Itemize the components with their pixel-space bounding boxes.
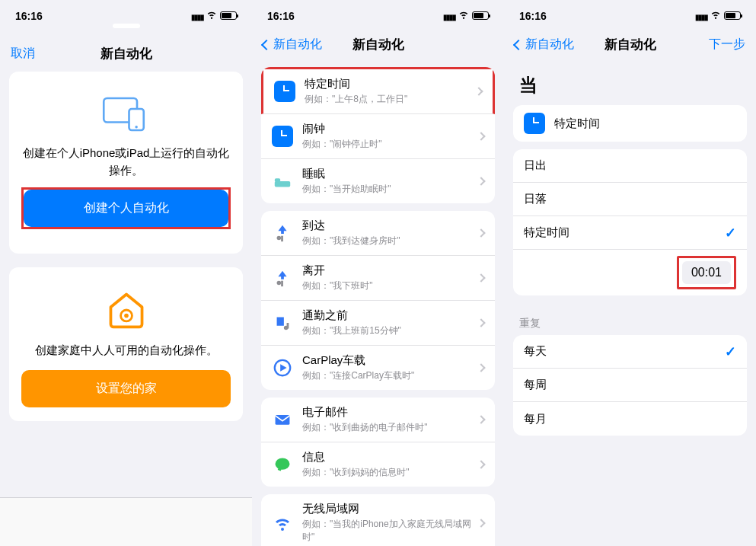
- leave-icon: [272, 267, 293, 289]
- personal-card: 创建在个人iPhone或iPad上运行的自动化操作。 创建个人自动化: [9, 72, 243, 254]
- screen-automation-type: 16:16 取消 新自动化 创建在个人iPhone或iPad上运行的自动化操作。…: [0, 0, 252, 546]
- row-label: 日落: [524, 192, 547, 205]
- status-indicators: [443, 9, 489, 22]
- chevron-right-icon: [477, 132, 485, 140]
- option-sunset[interactable]: 日落: [513, 183, 747, 216]
- svg-point-4: [124, 314, 129, 318]
- time-options: 日出 日落 特定时间✓ 00:01: [513, 149, 747, 295]
- cancel-button[interactable]: 取消: [11, 46, 35, 62]
- tab-bar: [0, 497, 252, 546]
- svg-point-9: [277, 281, 282, 286]
- trigger-email[interactable]: 电子邮件例如："收到曲扬的电子邮件时": [261, 398, 495, 442]
- sheet-grabber[interactable]: [113, 24, 140, 28]
- when-header: 当: [504, 62, 756, 105]
- status-indicators: [695, 9, 741, 22]
- row-sub: 例如："当我的iPhone加入家庭无线局域网时": [302, 518, 478, 544]
- status-bar: 16:16: [252, 0, 504, 28]
- row-sub: 例如："我到达健身房时": [302, 235, 478, 247]
- status-time: 16:16: [519, 10, 547, 22]
- trigger-arrive[interactable]: 到达例如："我到达健身房时": [261, 211, 495, 256]
- repeat-monthly[interactable]: 每月: [513, 402, 747, 436]
- trigger-summary: 特定时间: [513, 105, 747, 142]
- bed-icon: [272, 171, 293, 192]
- status-time: 16:16: [267, 10, 295, 22]
- screen-time-config: 16:16 新自动化 新自动化 下一步 当 特定时间 日出 日落 特定时间✓ 0…: [504, 0, 756, 546]
- arrive-icon: [272, 222, 293, 244]
- row-label: 到达: [302, 219, 325, 231]
- trigger-commute[interactable]: 通勤之前例如："我上班前15分钟": [261, 301, 495, 346]
- home-icon: [105, 289, 148, 331]
- battery-icon: [724, 11, 741, 20]
- svg-rect-8: [281, 236, 283, 241]
- signal-icon: [443, 10, 455, 22]
- row-sub: 例如："我下班时": [302, 279, 478, 292]
- highlight-box-3: 00:01: [677, 256, 736, 289]
- repeat-daily[interactable]: 每天✓: [513, 335, 747, 369]
- battery-icon: [220, 11, 237, 20]
- create-personal-button[interactable]: 创建个人自动化: [24, 190, 228, 227]
- chevron-right-icon: [477, 415, 485, 423]
- trigger-group-network: 无线局域网例如："当我的iPhone加入家庭无线局域网时" 蓝牙: [261, 494, 495, 546]
- svg-point-2: [135, 126, 138, 129]
- trigger-sleep[interactable]: 睡眠例如："当开始助眠时": [261, 159, 495, 203]
- next-button[interactable]: 下一步: [709, 37, 745, 53]
- nav-title: 新自动化: [604, 36, 656, 53]
- wifi-icon: [272, 512, 293, 534]
- chevron-right-icon: [477, 363, 485, 372]
- svg-rect-5: [275, 181, 290, 187]
- nav-bar: 新自动化 新自动化: [252, 28, 504, 62]
- chevron-right-icon: [477, 519, 485, 527]
- svg-rect-10: [281, 281, 283, 286]
- tab-item[interactable]: [168, 498, 252, 546]
- mail-icon: [272, 409, 293, 430]
- wifi-icon: [206, 9, 217, 22]
- trigger-time-of-day[interactable]: 特定时间例如："上午8点，工作日": [261, 67, 495, 114]
- option-sunrise[interactable]: 日出: [513, 149, 747, 183]
- time-value[interactable]: 00:01: [682, 261, 731, 284]
- trigger-group-time: 特定时间例如："上午8点，工作日" 闹钟例如："闹钟停止时" 睡眠例如："当开始…: [261, 67, 495, 203]
- back-button[interactable]: 新自动化: [263, 37, 322, 53]
- home-card: 创建家庭中人人可用的自动化操作。 设置您的家: [9, 267, 243, 421]
- svg-marker-14: [280, 364, 286, 371]
- nav-title: 新自动化: [352, 36, 404, 53]
- chevron-right-icon: [477, 318, 485, 327]
- repeat-label: 重复: [504, 303, 756, 335]
- repeat-weekly[interactable]: 每周: [513, 369, 747, 402]
- trigger-wifi[interactable]: 无线局域网例如："当我的iPhone加入家庭无线局域网时": [261, 494, 495, 546]
- row-label: 特定时间: [524, 225, 569, 238]
- option-specific-time[interactable]: 特定时间✓: [513, 216, 747, 250]
- home-desc: 创建家庭中人人可用的自动化操作。: [21, 342, 231, 359]
- trigger-message[interactable]: 信息例如："收到妈妈的信息时": [261, 442, 495, 487]
- tab-item[interactable]: [0, 498, 84, 546]
- chevron-right-icon: [474, 87, 483, 95]
- signal-icon: [191, 10, 203, 22]
- row-label: 通勤之前: [302, 308, 348, 321]
- row-label: 睡眠: [302, 167, 325, 180]
- trigger-group-location: 到达例如："我到达健身房时" 离开例如："我下班时" 通勤之前例如："我上班前1…: [261, 211, 495, 390]
- status-time: 16:16: [15, 10, 43, 22]
- trigger-carplay[interactable]: CarPlay车载例如："连接CarPlay车载时": [261, 346, 495, 390]
- row-label: 每天: [524, 344, 547, 357]
- row-label: 信息: [302, 450, 325, 463]
- signal-icon: [695, 10, 707, 22]
- tab-item[interactable]: [84, 498, 167, 546]
- trigger-alarm[interactable]: 闹钟例如："闹钟停止时": [261, 114, 495, 159]
- highlight-box-1: 创建个人自动化: [21, 187, 231, 229]
- svg-point-7: [277, 236, 282, 241]
- row-label: CarPlay车载: [302, 353, 365, 366]
- personal-desc: 创建在个人iPhone或iPad上运行的自动化操作。: [21, 145, 231, 179]
- clock-icon: [524, 113, 545, 134]
- trigger-leave[interactable]: 离开例如："我下班时": [261, 256, 495, 301]
- row-sub: 例如："闹钟停止时": [302, 138, 478, 151]
- setup-home-button[interactable]: 设置您的家: [21, 370, 231, 407]
- screen-trigger-list: 16:16 新自动化 新自动化 特定时间例如："上午8点，工作日" 闹钟例如："…: [252, 0, 504, 546]
- chevron-right-icon: [477, 460, 485, 468]
- back-button[interactable]: 新自动化: [515, 37, 574, 53]
- battery-icon: [472, 11, 489, 20]
- carplay-icon: [272, 357, 293, 378]
- status-indicators: [191, 9, 237, 22]
- row-sub: 例如："我上班前15分钟": [302, 324, 478, 337]
- row-sub: 例如："收到妈妈的信息时": [302, 466, 478, 479]
- wifi-icon: [458, 9, 469, 22]
- row-label: 闹钟: [302, 122, 325, 135]
